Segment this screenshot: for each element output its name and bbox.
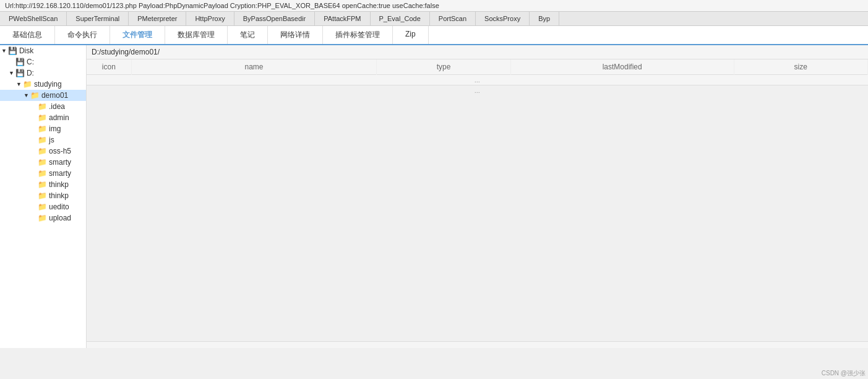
sidebar-label-smarty2: smarty <box>49 169 71 178</box>
sidebar-item-c[interactable]: 💾C: <box>0 56 86 68</box>
sidebar-label-admin: admin <box>49 113 69 122</box>
main-tabs: 基础信息命令执行文件管理数据库管理笔记网络详情插件标签管理Zip <box>0 26 868 45</box>
sidebar-label-c: C: <box>27 58 34 66</box>
sidebar-label-upload: upload <box>49 214 71 222</box>
sidebar-item-smarty2[interactable]: 📁smarty <box>0 168 86 179</box>
tool-tab-portscan[interactable]: PortScan <box>430 12 476 25</box>
col-type: type <box>377 59 510 75</box>
col-lastmodified: lastModified <box>510 59 734 75</box>
sidebar-item-js[interactable]: 📁js <box>0 134 86 146</box>
tool-tab-socksproxy[interactable]: SocksProxy <box>476 12 530 25</box>
tool-tab-byp[interactable]: Byp <box>530 12 559 25</box>
main-tab-网络详情[interactable]: 网络详情 <box>268 26 323 44</box>
sidebar-label-idea: .idea <box>49 102 65 111</box>
path-text: D:/studying/demo01/ <box>92 48 160 56</box>
tool-tab-pattackfpm[interactable]: PAttackFPM <box>315 12 370 25</box>
tool-tab-pmeterpreter[interactable]: PMeterpreter <box>129 12 186 25</box>
sidebar-label-disk: Disk <box>19 46 33 55</box>
main-tab-基础信息[interactable]: 基础信息 <box>0 26 55 44</box>
sidebar-item-disk[interactable]: ▼💾Disk <box>0 45 86 56</box>
url-bar: Url:http://192.168.120.110/demo01/123.ph… <box>0 0 868 12</box>
col-name: name <box>131 59 377 75</box>
main-tab-命令执行[interactable]: 命令执行 <box>55 26 110 44</box>
sidebar-item-upload[interactable]: 📁upload <box>0 212 86 224</box>
sidebar-item-admin[interactable]: 📁admin <box>0 112 86 123</box>
main-tab-Zip[interactable]: Zip <box>393 26 429 44</box>
file-table-wrap[interactable]: icon name type lastModified size ... ... <box>87 59 868 341</box>
ellipsis-row-top: ... <box>87 75 868 85</box>
file-table: icon name type lastModified size ... ... <box>87 59 868 95</box>
tool-tab-pwebshellscan[interactable]: PWebShellScan <box>0 12 67 25</box>
main-tab-文件管理[interactable]: 文件管理 <box>110 26 165 45</box>
col-icon: icon <box>87 59 131 75</box>
sidebar-item-d[interactable]: ▼💾D: <box>0 68 86 79</box>
table-header-row: icon name type lastModified size <box>87 59 868 75</box>
sidebar-item-idea[interactable]: 📁.idea <box>0 101 86 112</box>
sidebar-label-studying: studying <box>34 80 62 89</box>
tool-tab-httpproxy[interactable]: HttpProxy <box>186 12 234 25</box>
tool-tab-bypassopenbasedir[interactable]: ByPassOpenBasedir <box>234 12 316 25</box>
content-area: ▼💾Disk💾C:▼💾D:▼📁studying▼📁demo01📁.idea📁ad… <box>0 45 868 348</box>
file-main: D:/studying/demo01/ icon name type lastM… <box>87 45 868 348</box>
sidebar-label-uedito: uedito <box>49 203 69 211</box>
main-tab-插件标签管理[interactable]: 插件标签管理 <box>323 26 393 44</box>
sidebar-label-thinkp2: thinkp <box>49 191 69 200</box>
col-size: size <box>734 59 867 75</box>
main-tab-数据库管理[interactable]: 数据库管理 <box>165 26 228 44</box>
sidebar-item-smarty1[interactable]: 📁smarty <box>0 157 86 168</box>
sidebar-label-demo01: demo01 <box>41 91 68 100</box>
sidebar-label-js: js <box>49 136 54 144</box>
main-tab-笔记[interactable]: 笔记 <box>228 26 268 44</box>
sidebar-item-studying[interactable]: ▼📁studying <box>0 79 86 90</box>
sidebar-item-thinkp2[interactable]: 📁thinkp <box>0 190 86 201</box>
sidebar-item-thinkp1[interactable]: 📁thinkp <box>0 179 86 190</box>
sidebar-item-demo01[interactable]: ▼📁demo01 <box>0 90 86 101</box>
url-text: Url:http://192.168.120.110/demo01/123.ph… <box>5 2 439 9</box>
tool-tabs: PWebShellScanSuperTerminalPMeterpreterHt… <box>0 12 868 26</box>
sidebar-item-uedito[interactable]: 📁uedito <box>0 201 86 212</box>
sidebar-label-oss-h5: oss-h5 <box>49 147 71 155</box>
sidebar-label-thinkp1: thinkp <box>49 180 69 189</box>
bottom-toolbar <box>87 341 868 348</box>
sidebar-label-img: img <box>49 124 61 133</box>
ellipsis-row-bottom: ... <box>87 85 868 96</box>
tool-tab-superterminal[interactable]: SuperTerminal <box>67 12 129 25</box>
sidebar: ▼💾Disk💾C:▼💾D:▼📁studying▼📁demo01📁.idea📁ad… <box>0 45 87 348</box>
sidebar-item-img[interactable]: 📁img <box>0 123 86 134</box>
tool-tab-p_eval_code[interactable]: P_Eval_Code <box>371 12 430 25</box>
sidebar-label-smarty1: smarty <box>49 158 71 167</box>
path-bar: D:/studying/demo01/ <box>87 45 868 59</box>
sidebar-label-d: D: <box>27 69 34 77</box>
sidebar-item-oss-h5[interactable]: 📁oss-h5 <box>0 146 86 157</box>
